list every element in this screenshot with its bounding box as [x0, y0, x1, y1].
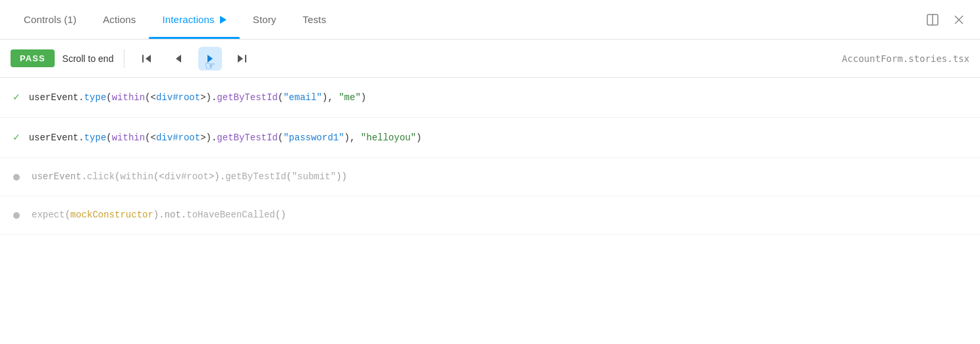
svg-rect-8: [245, 55, 246, 63]
scroll-to-end-label[interactable]: Scroll to end: [63, 53, 114, 64]
pass-icon: ✓: [13, 90, 20, 105]
interaction-row: ✓ userEvent.type(within(<div#root>).getB…: [0, 118, 980, 158]
code-line-3: userEvent.click(within(<div#root>).getBy…: [32, 170, 347, 184]
panel-icon-button[interactable]: [922, 9, 943, 30]
play-icon: [220, 16, 227, 24]
pass-badge: PASS: [11, 49, 55, 67]
svg-marker-7: [207, 55, 213, 63]
svg-marker-6: [176, 55, 181, 63]
tab-bar: Controls (1) Actions Interactions Story …: [0, 0, 980, 40]
tab-tests[interactable]: Tests: [290, 0, 340, 39]
svg-marker-5: [146, 55, 151, 63]
pass-icon: ✓: [13, 130, 20, 146]
code-line-2: userEvent.type(within(<div#root>).getByT…: [29, 131, 422, 145]
pending-dot: [13, 174, 20, 181]
svg-rect-4: [142, 55, 144, 63]
file-label: AccountForm.stories.tsx: [842, 53, 969, 64]
prev-button[interactable]: [167, 47, 190, 71]
svg-marker-9: [238, 55, 243, 63]
toolbar-divider: [124, 49, 124, 68]
interactions-list: ✓ userEvent.type(within(<div#root>).getB…: [0, 78, 980, 235]
last-button[interactable]: [230, 47, 254, 71]
tab-story[interactable]: Story: [240, 0, 290, 39]
tab-interactions[interactable]: Interactions: [149, 0, 239, 39]
tab-actions[interactable]: Actions: [90, 0, 149, 39]
first-button[interactable]: [135, 47, 159, 71]
toolbar: PASS Scroll to end ☞ AccountForm.stories…: [0, 40, 980, 78]
code-line-4: expect(mockConstructor).not.toHaveBeenCa…: [32, 208, 286, 222]
close-icon-button[interactable]: [948, 9, 969, 30]
pending-dot: [13, 212, 20, 219]
tab-controls[interactable]: Controls (1): [11, 0, 90, 39]
code-line-1: userEvent.type(within(<div#root>).getByT…: [29, 91, 367, 105]
interaction-row: ✓ userEvent.type(within(<div#root>).getB…: [0, 78, 980, 118]
interaction-row: expect(mockConstructor).not.toHaveBeenCa…: [0, 196, 980, 235]
interaction-row: userEvent.click(within(<div#root>).getBy…: [0, 158, 980, 196]
tab-bar-right: [922, 0, 969, 39]
next-button[interactable]: ☞: [198, 47, 222, 71]
